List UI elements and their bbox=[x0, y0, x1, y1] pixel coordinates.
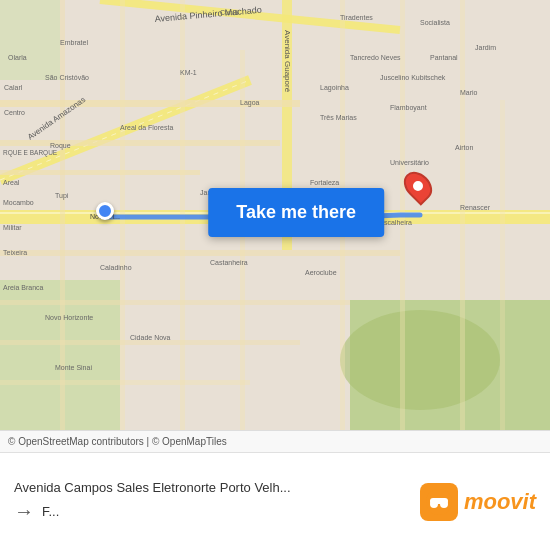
svg-text:Teixeira: Teixeira bbox=[3, 249, 27, 256]
svg-text:São Cristóvão: São Cristóvão bbox=[45, 74, 89, 81]
svg-text:Novo Horizonte: Novo Horizonte bbox=[45, 314, 93, 321]
svg-text:Militar: Militar bbox=[3, 224, 22, 231]
svg-text:Areal da Floresta: Areal da Floresta bbox=[120, 124, 173, 131]
svg-text:Calarl: Calarl bbox=[4, 84, 23, 91]
svg-text:Lagoinha: Lagoinha bbox=[320, 84, 349, 92]
svg-text:Universitário: Universitário bbox=[390, 159, 429, 166]
svg-text:Castanheira: Castanheira bbox=[210, 259, 248, 266]
svg-text:KM-1: KM-1 bbox=[180, 69, 197, 76]
svg-text:Tiradentes: Tiradentes bbox=[340, 14, 373, 21]
svg-text:Mario: Mario bbox=[460, 89, 478, 96]
svg-text:Juscelino Kubitschek: Juscelino Kubitschek bbox=[380, 74, 446, 81]
bottom-bar: Avenida Campos Sales Eletronorte Porto V… bbox=[0, 452, 550, 550]
svg-text:Fortaleza: Fortaleza bbox=[310, 179, 339, 186]
svg-text:Embratel: Embratel bbox=[60, 39, 88, 46]
take-me-there-button[interactable]: Take me there bbox=[208, 188, 384, 237]
destination-short-text: F... bbox=[42, 504, 59, 519]
svg-text:Aeroclube: Aeroclube bbox=[305, 269, 337, 276]
svg-text:Centro: Centro bbox=[4, 109, 25, 116]
moovit-logo-icon bbox=[420, 483, 458, 521]
svg-text:Tancredo Neves: Tancredo Neves bbox=[350, 54, 401, 61]
svg-text:Pantanal: Pantanal bbox=[430, 54, 458, 61]
route-arrow-section: → F... bbox=[14, 500, 408, 523]
svg-text:Flamboyant: Flamboyant bbox=[390, 104, 427, 112]
svg-text:Mocambo: Mocambo bbox=[3, 199, 34, 206]
svg-rect-12 bbox=[0, 140, 280, 146]
svg-text:Areia Branca: Areia Branca bbox=[3, 284, 44, 291]
svg-text:Cuniã: Cuniã bbox=[220, 9, 238, 16]
svg-text:Jardim: Jardim bbox=[475, 44, 496, 51]
moovit-icon-svg bbox=[425, 488, 453, 516]
svg-text:Avenida Guaporé: Avenida Guaporé bbox=[283, 30, 292, 93]
svg-text:Monte Sinai: Monte Sinai bbox=[55, 364, 92, 371]
svg-rect-13 bbox=[0, 170, 200, 175]
attribution-text: © OpenStreetMap contributors | © OpenMap… bbox=[8, 436, 227, 447]
svg-text:RQUE E BARQUE: RQUE E BARQUE bbox=[3, 149, 58, 157]
destination-marker bbox=[406, 170, 430, 202]
svg-text:Tupi: Tupi bbox=[55, 192, 69, 200]
svg-text:Cidade Nova: Cidade Nova bbox=[130, 334, 171, 341]
svg-rect-24 bbox=[460, 0, 465, 430]
app: Avenida Pinheiro Machado Avenida Amazona… bbox=[0, 0, 550, 550]
svg-text:Areal: Areal bbox=[3, 179, 20, 186]
svg-text:Roque: Roque bbox=[50, 142, 71, 150]
svg-rect-72 bbox=[430, 498, 448, 504]
svg-text:Socialista: Socialista bbox=[420, 19, 450, 26]
origin-marker bbox=[96, 202, 114, 220]
route-origin-text: Avenida Campos Sales Eletronorte Porto V… bbox=[14, 480, 394, 497]
svg-rect-25 bbox=[500, 100, 505, 430]
svg-text:Três Marias: Três Marias bbox=[320, 114, 357, 121]
moovit-logo: moovit bbox=[420, 483, 536, 521]
svg-rect-15 bbox=[0, 300, 350, 305]
svg-text:Renascer: Renascer bbox=[460, 204, 491, 211]
moovit-brand-text: moovit bbox=[464, 489, 536, 515]
svg-rect-4 bbox=[0, 0, 60, 80]
bottom-bar-content: Avenida Campos Sales Eletronorte Porto V… bbox=[14, 480, 408, 524]
map-attribution: © OpenStreetMap contributors | © OpenMap… bbox=[0, 430, 550, 452]
svg-point-3 bbox=[340, 310, 500, 410]
svg-rect-21 bbox=[240, 50, 245, 430]
map-container: Avenida Pinheiro Machado Avenida Amazona… bbox=[0, 0, 550, 430]
svg-text:Airton: Airton bbox=[455, 144, 473, 151]
svg-text:Lagoa: Lagoa bbox=[240, 99, 260, 107]
svg-text:Olarla: Olarla bbox=[8, 54, 27, 61]
arrow-icon: → bbox=[14, 500, 34, 523]
svg-text:Caladinho: Caladinho bbox=[100, 264, 132, 271]
